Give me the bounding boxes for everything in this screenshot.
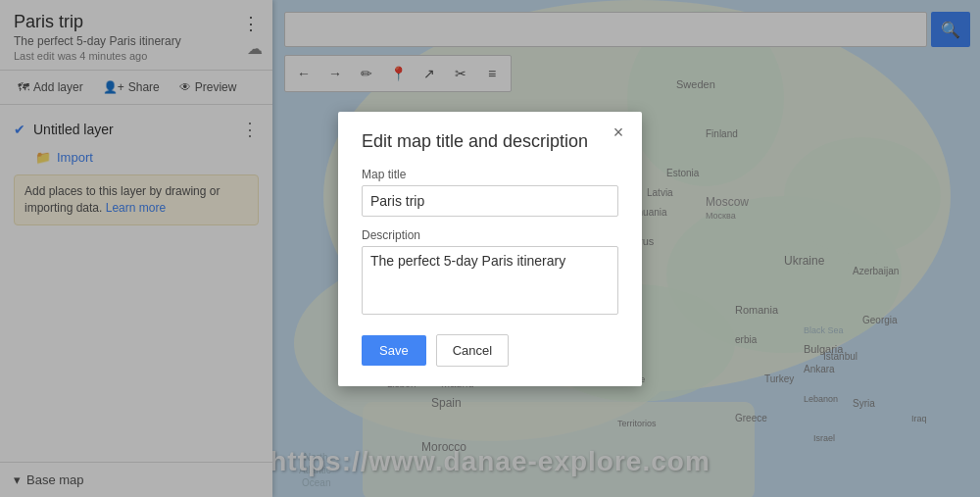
modal-overlay: × Edit map title and description Map tit… — [0, 0, 980, 497]
save-button[interactable]: Save — [362, 335, 426, 366]
description-label: Description — [362, 228, 618, 242]
edit-modal: × Edit map title and description Map tit… — [338, 112, 642, 386]
map-title-input[interactable] — [362, 185, 618, 217]
description-input[interactable]: The perfect 5-day Paris itinerary — [362, 246, 618, 315]
modal-title: Edit map title and description — [362, 131, 618, 152]
map-title-label: Map title — [362, 168, 618, 181]
modal-actions: Save Cancel — [362, 334, 618, 367]
cancel-button[interactable]: Cancel — [436, 334, 509, 367]
modal-close-button[interactable]: × — [607, 122, 630, 145]
